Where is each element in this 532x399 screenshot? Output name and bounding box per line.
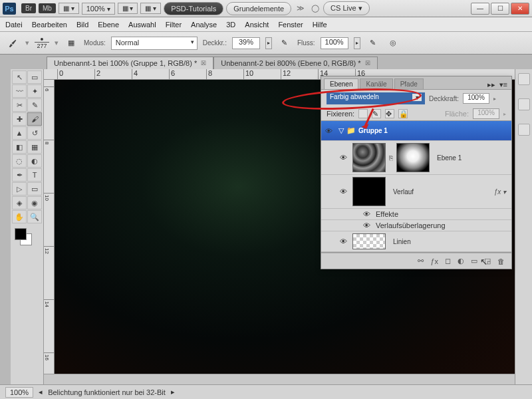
opacity-input[interactable]: 39% bbox=[232, 37, 260, 49]
layer-mask-icon[interactable]: ◻ bbox=[445, 257, 451, 265]
bridge-button[interactable]: Br bbox=[21, 3, 36, 13]
menu-auswahl[interactable]: Auswahl bbox=[128, 21, 156, 29]
mask-link-icon[interactable]: ⎘ bbox=[388, 154, 394, 162]
status-zoom[interactable]: 100% bbox=[5, 387, 33, 398]
panel-tab-kanaele[interactable]: Kanäle bbox=[360, 78, 392, 89]
visibility-toggle[interactable]: 👁 bbox=[336, 154, 350, 162]
dodge-tool[interactable]: ◐ bbox=[27, 154, 42, 168]
new-group-icon[interactable]: ▭ bbox=[471, 257, 477, 265]
menu-3d[interactable]: 3D bbox=[226, 21, 235, 29]
lasso-tool[interactable]: 〰 bbox=[12, 84, 27, 98]
status-nav-prev[interactable]: ◂ bbox=[39, 388, 43, 396]
workspace-current[interactable]: Grundelemente bbox=[226, 2, 291, 15]
gradient-tool[interactable]: ▦ bbox=[27, 140, 42, 154]
fill-flyout-icon[interactable]: ▸ bbox=[503, 111, 506, 117]
menu-ansicht[interactable]: Ansicht bbox=[245, 21, 269, 29]
stamp-tool[interactable]: ▲ bbox=[12, 126, 27, 140]
eraser-tool[interactable]: ◧ bbox=[12, 140, 27, 154]
menu-bearbeiten[interactable]: Bearbeiten bbox=[32, 21, 67, 29]
move-tool[interactable]: ↖ bbox=[12, 70, 27, 84]
foreground-color-swatch[interactable] bbox=[15, 228, 27, 240]
pressure-size-icon[interactable]: ◎ bbox=[386, 36, 400, 51]
effect-item[interactable]: 👁 Verlaufsüberlagerung bbox=[321, 220, 511, 231]
menu-hilfe[interactable]: Hilfe bbox=[313, 21, 327, 29]
layer-style-icon[interactable]: ƒx bbox=[430, 257, 438, 265]
layer-name[interactable]: Ebene 1 bbox=[432, 154, 462, 162]
panel-collapse-icon[interactable]: ▸▸ bbox=[487, 80, 495, 89]
airbrush-icon[interactable]: ✎ bbox=[366, 36, 380, 51]
group-expand-icon[interactable]: ▽ bbox=[336, 126, 346, 135]
layer-thumbnail[interactable] bbox=[352, 177, 386, 206]
marquee-tool[interactable]: ▭ bbox=[27, 70, 42, 84]
layer-name[interactable]: Verlauf bbox=[388, 188, 414, 196]
visibility-toggle[interactable]: 👁 bbox=[361, 210, 372, 218]
adjustment-layer-icon[interactable]: ◐ bbox=[458, 257, 464, 265]
menu-fenster[interactable]: Fenster bbox=[278, 21, 303, 29]
path-select-tool[interactable]: ▷ bbox=[12, 182, 27, 196]
layer-thumbnail[interactable] bbox=[352, 143, 386, 172]
workspace-more-icon[interactable]: ≫ bbox=[293, 4, 309, 13]
shape-tool[interactable]: ▭ bbox=[27, 182, 42, 196]
lock-transparency-icon[interactable] bbox=[358, 109, 368, 118]
color-swatches[interactable] bbox=[12, 228, 42, 248]
window-close-button[interactable]: ✕ bbox=[511, 3, 529, 15]
screen-mode-dropdown[interactable]: ▦ ▾ bbox=[59, 3, 79, 14]
layer-mask-thumbnail[interactable] bbox=[396, 143, 430, 172]
lock-all-icon[interactable]: 🔒 bbox=[398, 109, 408, 118]
crop-tool[interactable]: ✂ bbox=[12, 98, 27, 112]
layers-panel-icon[interactable] bbox=[518, 124, 530, 136]
group-name[interactable]: Gruppe 1 bbox=[356, 127, 388, 134]
lock-pixels-icon[interactable]: ✎ bbox=[372, 109, 381, 118]
layer-row[interactable]: 👁 ⎘ Ebene 1 bbox=[321, 141, 511, 175]
brush-panel-toggle[interactable]: ▦ bbox=[64, 36, 78, 51]
pressure-opacity-icon[interactable]: ✎ bbox=[277, 36, 292, 51]
visibility-toggle[interactable]: 👁 bbox=[336, 188, 350, 196]
visibility-toggle[interactable]: 👁 bbox=[321, 127, 336, 135]
window-minimize-button[interactable]: — bbox=[471, 3, 489, 15]
menu-filter[interactable]: Filter bbox=[166, 21, 182, 29]
lock-position-icon[interactable]: ✥ bbox=[385, 109, 394, 118]
healing-tool[interactable]: ✚ bbox=[12, 112, 27, 126]
panel-menu-icon[interactable]: ▾≡ bbox=[499, 80, 507, 89]
close-tab-icon[interactable]: ☒ bbox=[201, 60, 206, 66]
layer-blend-mode-select[interactable]: Farbig abwedeln bbox=[327, 92, 425, 104]
menu-analyse[interactable]: Analyse bbox=[191, 21, 217, 29]
color-panel-icon[interactable] bbox=[518, 73, 530, 85]
document-tab-2[interactable]: Unbenannt-2 bei 800% (Ebene 0, RGB/8) *☒ bbox=[213, 57, 377, 69]
status-nav-next[interactable]: ▸ bbox=[171, 388, 175, 396]
zoom-tool[interactable]: 🔍 bbox=[27, 210, 42, 223]
panel-tab-pfade[interactable]: Pfade bbox=[394, 78, 424, 89]
layer-thumbnail[interactable] bbox=[352, 233, 386, 249]
layer-name[interactable]: Linien bbox=[388, 238, 411, 245]
adjustments-panel-icon[interactable] bbox=[518, 98, 530, 110]
link-layers-icon[interactable]: ⚯ bbox=[418, 257, 424, 265]
eyedropper-tool[interactable]: ✎ bbox=[27, 98, 42, 112]
blur-tool[interactable]: ◌ bbox=[12, 154, 27, 168]
visibility-toggle[interactable]: 👁 bbox=[336, 237, 350, 245]
workspace-tutorials[interactable]: PSD-Tutorials bbox=[164, 2, 223, 15]
3d-camera-tool[interactable]: ◉ bbox=[27, 196, 42, 209]
brush-tool[interactable]: 🖌 bbox=[27, 112, 42, 126]
fx-badge[interactable]: ƒx ▾ bbox=[494, 188, 511, 196]
scrollbar-horizontal[interactable] bbox=[44, 374, 515, 384]
menu-bild[interactable]: Bild bbox=[76, 21, 88, 29]
wand-tool[interactable]: ✦ bbox=[27, 84, 42, 98]
delete-layer-icon[interactable]: 🗑 bbox=[497, 257, 505, 265]
blend-mode-select[interactable]: Normal bbox=[111, 37, 198, 50]
visibility-toggle[interactable]: 👁 bbox=[361, 221, 372, 229]
layer-row[interactable]: 👁 Verlauf ƒx ▾ bbox=[321, 175, 511, 209]
menu-ebene[interactable]: Ebene bbox=[98, 21, 119, 29]
opacity-slider[interactable]: ▸ bbox=[265, 37, 272, 49]
opacity-flyout-icon[interactable]: ▸ bbox=[493, 96, 496, 102]
brush-tool-icon[interactable] bbox=[5, 36, 20, 51]
layer-row[interactable]: 👁 Linien bbox=[321, 231, 511, 252]
layer-opacity-input[interactable]: 100% bbox=[463, 93, 489, 104]
flow-input[interactable]: 100% bbox=[321, 37, 348, 49]
view-extras-dropdown[interactable]: ▦ ▾ bbox=[118, 3, 138, 14]
document-tab-1[interactable]: Unbenannt-1 bei 100% (Gruppe 1, RGB/8) *… bbox=[47, 57, 213, 69]
window-maximize-button[interactable]: ☐ bbox=[491, 3, 509, 15]
zoom-level-dropdown[interactable]: 100% ▾ bbox=[82, 3, 115, 15]
panel-tab-ebenen[interactable]: Ebenen bbox=[324, 78, 358, 89]
effects-row[interactable]: 👁 Effekte bbox=[321, 209, 511, 220]
flow-slider[interactable]: ▸ bbox=[354, 37, 360, 49]
